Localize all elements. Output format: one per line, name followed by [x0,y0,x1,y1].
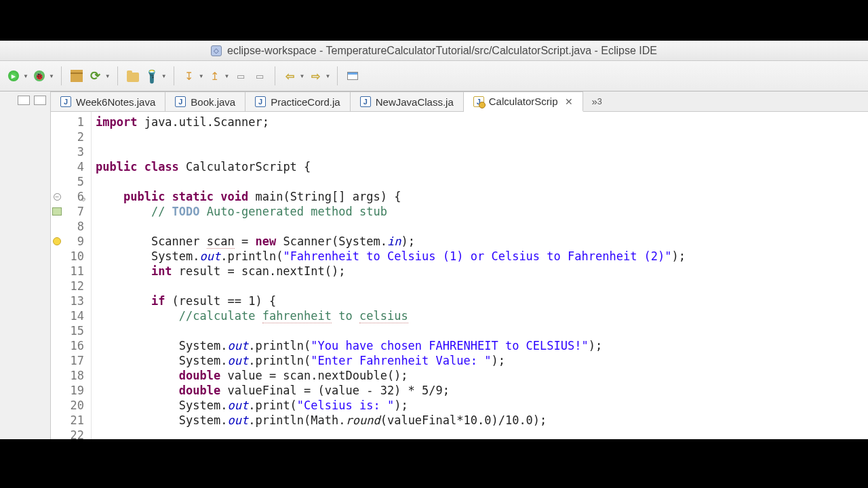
step-dropdown-icon[interactable]: ▼ [199,73,204,79]
workbench-layout: J Week6Notes.java J Book.java J Practice… [0,92,868,439]
java-file-icon: J [175,96,186,107]
run-dropdown-icon[interactable]: ▼ [23,73,28,79]
close-icon[interactable]: ✕ [562,96,573,107]
line-number-ruler[interactable]: 1 2 3 4 5 ⊖6 7 8 9 10 11 12 13 14 15 16 … [63,112,92,439]
next-annotation-button[interactable]: ▭ [233,68,249,84]
tab-calculatorscript[interactable]: J CalculatorScrip ✕ [464,92,584,112]
task-marker-icon[interactable] [52,207,62,216]
open-type-button[interactable] [125,68,141,84]
code-content[interactable]: import java.util.Scanner; public class C… [92,112,868,439]
nav-forward-button[interactable]: ⇨ [307,68,323,84]
new-package-button[interactable] [68,68,85,84]
navfwd-dropdown-icon[interactable]: ▼ [325,73,330,79]
navback-dropdown-icon[interactable]: ▼ [300,73,305,79]
letterbox-bottom [0,439,868,488]
tab-label: PracticeCord.ja [271,96,340,108]
tab-label: NewJavaClass.ja [376,96,454,108]
maximize-view-button[interactable] [34,96,46,105]
window-titlebar: ◇ eclipse-workspace - TemperatureCalcula… [0,41,868,61]
search-dropdown-icon[interactable]: ▼ [161,73,167,79]
java-file-icon: J [360,96,371,107]
toolbar-separator [275,66,275,85]
minimize-view-button[interactable] [18,96,30,105]
editor-area: J Week6Notes.java J Book.java J Practice… [51,92,868,439]
nav-back-button[interactable]: ⇦ [282,68,298,84]
toolbar-separator [61,66,62,85]
tab-label: CalculatorScrip [489,96,558,107]
java-file-icon: J [60,96,71,107]
run-button[interactable]: ▸ [5,68,22,84]
main-toolbar: ▸▼ 🐞▼ ⟳▼ 🔦▼ ↧▼ ↥▼ ▭ ▭ ⇦▼ ⇨▼ [0,61,868,92]
code-editor[interactable]: – 1 2 3 4 5 ⊖6 7 8 9 10 11 12 13 14 [51,112,868,439]
step-over-button[interactable]: ↥ [207,68,223,84]
build-dropdown-icon[interactable]: ▼ [105,73,111,79]
overflow-chevron-icon: » [591,96,597,107]
java-file-icon: J [255,96,266,107]
tab-label: Week6Notes.java [76,96,155,108]
java-file-warn-icon: J [473,96,484,107]
tabs-overflow-button[interactable]: »3 [583,92,610,111]
letterbox-top [0,0,868,41]
stepover-dropdown-icon[interactable]: ▼ [224,73,230,79]
marker-ruler[interactable]: – [51,112,63,439]
fold-toggle-icon[interactable]: – [54,193,61,201]
debug-dropdown-icon[interactable]: ▼ [49,73,54,79]
new-window-button[interactable] [344,68,361,84]
left-trim [0,92,51,439]
tab-newjavaclass[interactable]: J NewJavaClass.ja [351,92,464,111]
toolbar-separator [337,66,338,85]
tab-practicecord[interactable]: J PracticeCord.ja [245,92,351,111]
tab-label: Book.java [191,96,235,108]
overflow-count: 3 [597,97,602,106]
build-button[interactable]: ⟳ [87,68,104,84]
step-button[interactable]: ↧ [181,68,197,84]
toolbar-separator [174,66,174,85]
window-title: eclipse-workspace - TemperatureCalculato… [227,45,657,57]
search-button[interactable]: 🔦 [144,68,160,84]
quickfix-bulb-icon[interactable] [53,237,61,245]
tab-book[interactable]: J Book.java [165,92,245,111]
prev-annotation-button[interactable]: ▭ [252,68,268,84]
toolbar-separator [117,66,118,85]
debug-button[interactable]: 🐞 [31,68,47,84]
eclipse-app-icon: ◇ [211,45,222,56]
editor-tabs: J Week6Notes.java J Book.java J Practice… [51,92,868,112]
tab-week6notes[interactable]: J Week6Notes.java [51,92,165,111]
